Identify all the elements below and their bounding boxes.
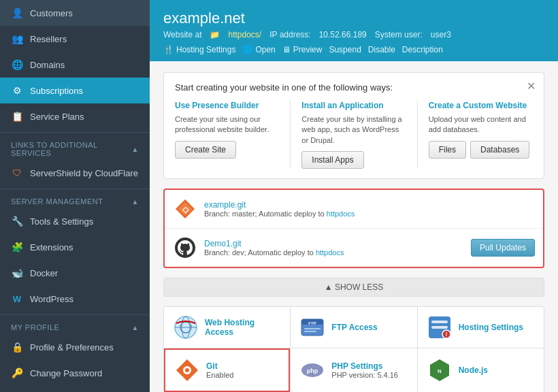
sidebar-item-extensions[interactable]: 🧩 Extensions [0, 234, 150, 260]
git-tile-sub: Enabled [206, 371, 233, 379]
svg-rect-11 [304, 331, 316, 332]
sidebar-item-label: Profile & Preferences [30, 342, 114, 353]
nodejs-title: Node.js [459, 365, 488, 375]
install-apps-button[interactable]: Install Apps [301, 151, 363, 169]
banner-col-install-app: Install an Application Create your site … [301, 101, 417, 169]
svg-text:◇: ◇ [182, 205, 189, 214]
links-chevron: ▲ [132, 146, 139, 153]
git-repo-demo1-name[interactable]: Demo1.git [204, 239, 464, 248]
sidebar-item-subscriptions[interactable]: ⚙ Subscriptions [0, 78, 150, 103]
tools-icon: 🔧 [11, 215, 23, 227]
files-button[interactable]: Files [429, 141, 466, 159]
sidebar-item-label: Subscriptions [30, 86, 83, 96]
preview-link[interactable]: 🖥 Preview [282, 45, 323, 54]
sidebar-item-label: Tools & Settings [30, 216, 93, 227]
git-repo-example-desc: Branch: master; Automatic deploy to http… [204, 210, 535, 218]
show-less-bar[interactable]: ▲ SHOW LESS [163, 278, 544, 297]
web-hosting-info: Web Hosting Access [205, 318, 280, 337]
sidebar-item-customers[interactable]: 👤 Customers [0, 0, 150, 26]
svg-text:N: N [438, 368, 442, 374]
customers-icon: 👤 [11, 7, 23, 19]
install-app-heading: Install an Application [301, 101, 406, 110]
extensions-icon: 🧩 [11, 241, 23, 253]
git-repo-example-info: example.git Branch: master; Automatic de… [204, 200, 535, 218]
create-site-button[interactable]: Create Site [175, 141, 236, 159]
banner-col-presence-builder: Use Presence Builder Create your site us… [175, 101, 291, 169]
git-repo-example: ◇ example.git Branch: master; Automatic … [165, 190, 543, 229]
git-repo-example-name[interactable]: example.git [204, 200, 535, 210]
my-profile-header: My Profile ▲ [0, 318, 150, 334]
subscriptions-icon: ⚙ [11, 84, 23, 97]
github-icon [175, 238, 195, 258]
header-meta: Website at 📁 httpdocs/ IP address: 10.52… [163, 30, 544, 39]
sidebar-item-service-plans[interactable]: 📋 Service Plans [0, 103, 150, 129]
hosting-settings-info: Hosting Settings [459, 323, 523, 332]
sidebar-item-label: Extensions [30, 242, 73, 252]
banner-close-button[interactable]: ✕ [527, 80, 536, 93]
tile-php-settings[interactable]: php PHP Settings PHP version: 5.4.16 [291, 348, 416, 392]
folder-icon: 📁 [210, 30, 220, 39]
databases-button[interactable]: Databases [470, 141, 529, 159]
banner-title: Start creating your website in one of th… [175, 82, 533, 93]
tile-nodejs[interactable]: N Node.js [418, 348, 544, 392]
getting-started-banner: ✕ Start creating your website in one of … [163, 72, 544, 179]
php-sub: PHP version: 5.4.16 [331, 371, 398, 379]
hosting-settings-icon: 🍴 [163, 45, 174, 54]
svg-text:php: php [307, 368, 318, 374]
resellers-icon: 👥 [11, 33, 23, 45]
ftp-icon: FTP [300, 315, 325, 340]
site-name: example.net [163, 10, 544, 27]
web-hosting-icon [174, 315, 198, 340]
links-section-header: Links to Additional Services ▲ [0, 135, 150, 160]
ip-label: IP address: [269, 30, 310, 39]
custom-website-buttons: Files Databases [429, 141, 533, 159]
description-link[interactable]: Description [402, 45, 443, 54]
open-link[interactable]: 🌐 Open [242, 45, 275, 54]
sidebar-item-label: Resellers [30, 34, 67, 44]
system-user-label: System user: [375, 30, 423, 39]
key-icon: 🔑 [11, 367, 23, 379]
sidebar-item-servershield[interactable]: 🛡 ServerShield by CloudFlare [0, 160, 150, 186]
custom-website-desc: Upload your web content and add database… [429, 114, 533, 135]
git-repo-demo1-link[interactable]: httpdocs [316, 248, 344, 257]
php-title: PHP Settings [331, 361, 398, 371]
pull-updates-button[interactable]: Pull Updates [471, 239, 535, 257]
svg-rect-13 [431, 321, 448, 323]
sidebar-item-wordpress[interactable]: W WordPress [0, 286, 150, 312]
git-repo-example-icon: ◇ [173, 197, 197, 221]
sidebar-item-docker[interactable]: 🐋 Docker [0, 260, 150, 286]
content-area: ✕ Start creating your website in one of … [150, 61, 558, 392]
git-info: Git Enabled [206, 361, 233, 379]
wordpress-icon: W [11, 293, 23, 305]
sidebar-item-label: Service Plans [30, 112, 84, 122]
tile-hosting-settings[interactable]: ! Hosting Settings [418, 307, 544, 348]
sidebar-item-change-password[interactable]: 🔑 Change Password [0, 360, 150, 386]
suspend-link[interactable]: Suspend [329, 45, 361, 54]
sidebar-item-label: Docker [30, 268, 58, 278]
ftp-title: FTP Access [331, 323, 377, 332]
custom-website-heading: Create a Custom Website [429, 101, 533, 110]
hosting-settings-link[interactable]: 🍴 Hosting Settings [163, 45, 235, 54]
preview-icon: 🖥 [282, 45, 291, 54]
my-profile-chevron: ▲ [132, 324, 139, 331]
httpdocs-link[interactable]: httpdocs/ [228, 30, 261, 39]
sidebar-item-label: Customers [30, 8, 73, 18]
sidebar-item-profile-preferences[interactable]: 🔒 Profile & Preferences [0, 334, 150, 360]
hosting-settings-tile-title: Hosting Settings [459, 323, 523, 332]
banner-col-custom-website: Create a Custom Website Upload your web … [429, 101, 533, 169]
php-icon: php [300, 358, 325, 382]
service-plans-icon: 📋 [11, 110, 23, 122]
server-management-header: Server Management ▲ [0, 192, 150, 208]
git-tile-title: Git [206, 361, 233, 371]
sidebar-item-tools-settings[interactable]: 🔧 Tools & Settings [0, 208, 150, 234]
tile-web-hosting-access[interactable]: Web Hosting Access [164, 307, 290, 348]
disable-link[interactable]: Disable [368, 45, 395, 54]
sidebar-item-domains[interactable]: 🌐 Domains [0, 52, 150, 78]
git-repo-demo1: Demo1.git Branch: dev; Automatic deploy … [165, 229, 543, 267]
git-repos-section: ◇ example.git Branch: master; Automatic … [163, 189, 544, 268]
tile-ftp-access[interactable]: FTP FTP Access [291, 307, 416, 348]
sidebar-item-resellers[interactable]: 👥 Resellers [0, 26, 150, 52]
tile-git[interactable]: Git Enabled [164, 348, 290, 392]
ip-address: 10.52.66.189 [319, 30, 367, 39]
git-repo-example-link[interactable]: httpdocs [327, 210, 355, 218]
